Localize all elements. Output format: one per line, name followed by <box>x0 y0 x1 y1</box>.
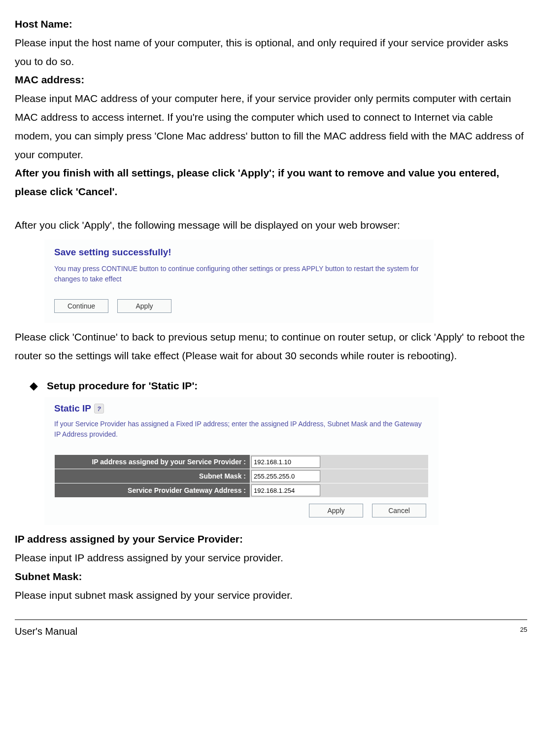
static-ip-cancel-button[interactable]: Cancel <box>372 504 426 517</box>
mac-body: Please input MAC address of your compute… <box>15 93 524 160</box>
subnet-mask-label: Subnet Mask : <box>55 469 250 483</box>
static-ip-panel: Static IP ? If your Service Provider has… <box>44 397 439 525</box>
gateway-address-label: Service Provider Gateway Address : <box>55 483 250 498</box>
save-setting-title: Save setting successfully! <box>54 247 424 258</box>
hostname-heading: Host Name: <box>15 18 72 30</box>
apply-note: After you finish with all settings, plea… <box>15 167 499 197</box>
static-ip-description: If your Service Provider has assigned a … <box>54 419 429 440</box>
apply-button[interactable]: Apply <box>117 299 171 313</box>
save-setting-panel: Save setting successfully! You may press… <box>44 240 434 323</box>
subnet-mask-input[interactable] <box>251 470 320 482</box>
ip-section-body: Please input IP address assigned by your… <box>15 552 283 563</box>
after-apply-text: After you click 'Apply', the following m… <box>15 219 400 231</box>
ip-address-input[interactable] <box>251 456 320 468</box>
static-ip-apply-button[interactable]: Apply <box>309 504 363 517</box>
diamond-bullet-icon: ◆ <box>30 379 38 392</box>
table-row: IP address assigned by your Service Prov… <box>55 455 429 469</box>
subnet-section-body: Please input subnet mask assigned by you… <box>15 589 293 601</box>
continue-note: Please click 'Continue' to back to previ… <box>15 331 525 361</box>
static-ip-title: Static IP <box>54 403 91 414</box>
mac-heading: MAC address: <box>15 74 84 85</box>
static-ip-form-table: IP address assigned by your Service Prov… <box>54 454 429 498</box>
save-setting-text: You may press CONTINUE button to continu… <box>54 264 424 284</box>
ip-address-label: IP address assigned by your Service Prov… <box>55 455 250 469</box>
continue-button[interactable]: Continue <box>54 299 108 313</box>
gateway-address-input[interactable] <box>251 484 320 496</box>
hostname-body: Please input the host name of your compu… <box>15 37 508 67</box>
subnet-section-heading: Subnet Mask: <box>15 571 82 582</box>
static-ip-procedure-heading: Setup procedure for 'Static IP': <box>47 380 198 392</box>
footer-manual: User's Manual <box>15 626 77 637</box>
ip-section-heading: IP address assigned by your Service Prov… <box>15 533 243 545</box>
footer-page: 25 <box>520 626 527 633</box>
table-row: Subnet Mask : <box>55 469 429 483</box>
help-icon[interactable]: ? <box>94 404 104 413</box>
table-row: Service Provider Gateway Address : <box>55 483 429 498</box>
